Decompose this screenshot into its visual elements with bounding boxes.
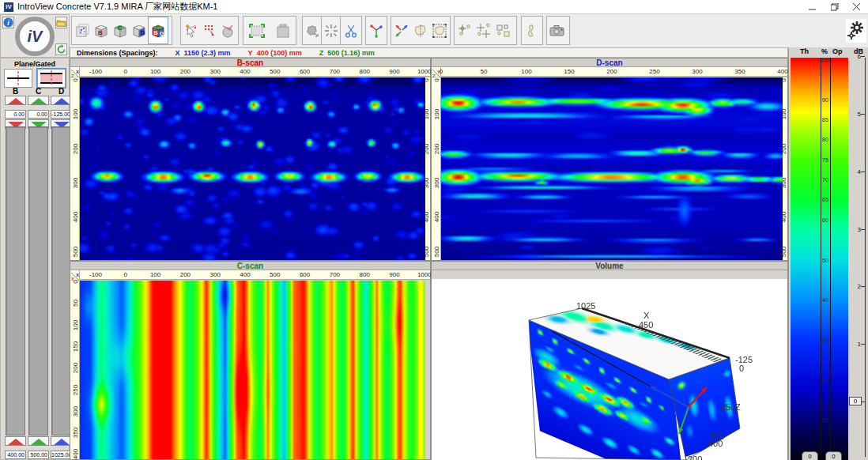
window-title: IntroView Concrete V7.1.9 MIRA 厂家网站数据KM-…: [17, 1, 218, 13]
colorbar-header-op: Op: [832, 47, 843, 55]
c-scan-title: C-scan: [70, 262, 430, 270]
plane-slider-b[interactable]: [6, 126, 25, 435]
db-tick-mark: [861, 229, 865, 230]
scissors-button[interactable]: [342, 17, 360, 43]
volume-3d-image[interactable]: [432, 279, 787, 460]
y-tick-label: 200: [433, 141, 440, 156]
db-axis-line: [865, 58, 866, 457]
colorbar-bottom-tab[interactable]: 0: [825, 451, 842, 460]
picker-arrow-button[interactable]: [182, 17, 200, 43]
maximize-button[interactable]: [824, 0, 846, 14]
y-tick-label: 300: [72, 403, 79, 419]
settings-button[interactable]: [846, 19, 866, 43]
x-tick-label: 900: [389, 68, 399, 75]
app-icon: iV: [4, 2, 13, 12]
y-tick-label: 100: [433, 107, 440, 123]
colorbar-header-th: Th: [800, 47, 809, 55]
axes-polyline-button[interactable]: [367, 17, 386, 43]
volume-axis-label: 1025: [576, 301, 595, 311]
align-points-multi-button[interactable]: [474, 17, 493, 43]
colorbar-pct-tick: 65: [821, 197, 830, 202]
increase-button-b[interactable]: [5, 96, 26, 105]
close-button[interactable]: [846, 0, 868, 14]
snapshot-camera-button[interactable]: [548, 17, 567, 43]
db-tick-mark: [861, 114, 865, 115]
dimension-y: Y 400 (100) mm: [248, 49, 302, 57]
region-select-button[interactable]: [430, 17, 449, 43]
colorbar-header-pct: %: [821, 47, 828, 55]
plane-slider-c[interactable]: [28, 126, 48, 435]
x-tick-label: 300: [692, 68, 702, 75]
increase-button-c[interactable]: [28, 96, 49, 105]
x-tick-label: 800: [360, 68, 370, 75]
x-tick-label: 300: [210, 271, 221, 278]
b-scan-image[interactable]: [80, 77, 425, 260]
increase-button-d[interactable]: [51, 96, 72, 105]
x-tick-label: 200: [180, 271, 191, 278]
app-window: iV IntroView Concrete V7.1.9 MIRA 厂家网站数据…: [0, 0, 868, 460]
x-tick-label: -100: [89, 271, 102, 278]
d-scan-image[interactable]: [441, 77, 783, 260]
panel-layout-button[interactable]: [270, 17, 295, 43]
colorbar-pct-tick: 85: [821, 117, 830, 123]
x-tick-label: 350: [734, 68, 745, 75]
gated-mode-button[interactable]: [37, 69, 66, 88]
move-arrows-rgb-button[interactable]: [392, 17, 411, 43]
y-tick-label: 0: [433, 73, 440, 89]
view-all-scans-button[interactable]: BCD: [149, 17, 168, 43]
refresh-button[interactable]: [55, 43, 67, 55]
region-shape-button[interactable]: [411, 17, 430, 43]
colorbar-pct-tick: 100: [821, 57, 830, 62]
plane-value-b[interactable]: [5, 110, 26, 119]
increase-button-c[interactable]: [28, 436, 49, 446]
svg-text:C: C: [118, 25, 122, 30]
pan-arrows-button[interactable]: [323, 17, 340, 43]
b-scan-x-axis: XZ -10001002003004005006007008009001000: [70, 67, 430, 77]
plane-gated-title: Plane/Gated: [1, 58, 69, 68]
increase-button-b[interactable]: [5, 436, 26, 446]
c-scan-image[interactable]: [80, 281, 425, 459]
plane-value-d[interactable]: [51, 110, 72, 119]
increase-button-d[interactable]: [51, 436, 72, 446]
zoom-fit-button[interactable]: [244, 17, 270, 43]
x-tick-label: 100: [150, 68, 160, 75]
toolbar-group-views: B C D BCD: [71, 16, 172, 45]
align-squares-button[interactable]: [493, 17, 512, 43]
c-scan-y-axis: 050100150200250300350400: [70, 281, 80, 459]
y-tick-label: 300: [72, 175, 79, 190]
gate-value-c[interactable]: [28, 451, 49, 459]
y-tick-label: 100: [72, 317, 79, 333]
minimize-button[interactable]: [802, 0, 824, 14]
x-tick-label: 600: [300, 271, 310, 278]
svg-text:D: D: [141, 29, 145, 36]
y-tick-label: 0: [72, 274, 79, 290]
b-scan-title: B-scan: [70, 58, 430, 67]
picker-sphere-button[interactable]: [219, 17, 237, 43]
info-button[interactable]: i: [2, 17, 14, 28]
x-tick-label: 500: [270, 271, 280, 278]
view-d-scan-button[interactable]: D: [130, 17, 149, 43]
footprint-button[interactable]: [523, 17, 542, 43]
y-tick-label: 350: [72, 425, 79, 441]
align-points-button[interactable]: [455, 17, 474, 43]
plane-slider-d[interactable]: [51, 126, 71, 435]
colorbar-gradient[interactable]: [791, 58, 848, 460]
gate-value-d[interactable]: [51, 451, 72, 459]
colorbar-bottom-tab[interactable]: 0: [802, 451, 818, 460]
x-tick-label: 100: [521, 68, 531, 75]
view-b-scan-button[interactable]: B: [92, 17, 111, 43]
plane-mode-button[interactable]: [4, 69, 32, 88]
picker-points-button[interactable]: [200, 17, 218, 43]
y-tick-label: 200: [72, 141, 79, 156]
open-folder-button[interactable]: [55, 17, 67, 28]
db-zero-marker[interactable]: 0: [849, 397, 862, 405]
db-tick-mark: [861, 56, 865, 57]
gate-value-b[interactable]: [5, 451, 26, 459]
rotate-object-button[interactable]: [304, 17, 321, 43]
view-volume-button[interactable]: [73, 17, 92, 43]
svg-text:B: B: [154, 30, 158, 36]
colorbar-pct-tick: 80: [821, 137, 830, 142]
toolbar-group-rotate: [302, 16, 323, 45]
view-c-scan-button[interactable]: C: [111, 17, 130, 43]
plane-value-c[interactable]: [28, 110, 49, 119]
